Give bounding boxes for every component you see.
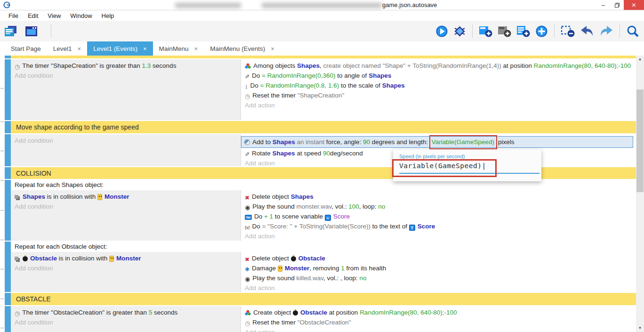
- comment-text[interactable]: Move shape according to the game speed: [11, 121, 636, 133]
- action-line[interactable]: ↕Do = RandomInRange(0.8, 1.6) to the sca…: [241, 81, 636, 90]
- toolbar-separator: [620, 24, 620, 38]
- tab-mainmenu-events-[interactable]: MainMenu (Events)×: [204, 41, 281, 56]
- scroll-down-arrow[interactable]: ▼: [636, 324, 644, 332]
- condition-line[interactable]: Obstacle is in collision with Monster: [11, 253, 241, 263]
- menu-item-file[interactable]: File: [4, 12, 23, 19]
- add-circle-icon[interactable]: [535, 25, 548, 38]
- close-tab-icon[interactable]: ×: [194, 45, 198, 52]
- text-run: Do: [252, 72, 262, 79]
- close-tab-icon[interactable]: ×: [78, 45, 81, 52]
- repeat-header[interactable]: Repeat for each Shapes object:: [11, 180, 636, 190]
- vertical-scrollbar[interactable]: ▲ ▼: [636, 56, 644, 332]
- scroll-up-arrow[interactable]: ▲: [636, 56, 644, 63]
- add-action-button[interactable]: Add action: [241, 283, 636, 293]
- action-line[interactable]: ◉Play the sound killed.wav, vol.: , loop…: [241, 273, 636, 283]
- actions-column: Create object Obstacle at position Rando…: [241, 306, 636, 332]
- text-run: 1.3: [142, 62, 151, 69]
- red-highlighted-expression: Variable(GameSpeed): [429, 135, 497, 149]
- text-run: The timer "ObstacleCreation" is greater …: [22, 309, 148, 316]
- add-subevent-icon[interactable]: [498, 25, 511, 38]
- text-run: = RandomInRange(0,360): [262, 72, 335, 79]
- conditions-column: ◷The timer "ObstacleCreation" is greater…: [11, 306, 241, 332]
- debug-icon[interactable]: [453, 25, 466, 38]
- remove-event-icon[interactable]: [561, 25, 575, 38]
- add-event-icon[interactable]: [479, 25, 492, 38]
- variable-icon: Var: [245, 215, 252, 220]
- text-run: at position: [501, 62, 534, 69]
- add-action-button[interactable]: Add action: [241, 231, 636, 241]
- action-line[interactable]: ◷Reset the timer "ObstacleCreation": [241, 317, 636, 327]
- action-line[interactable]: ✖Delete object Shapes: [241, 192, 636, 202]
- minimize-button[interactable]: –: [596, 0, 610, 10]
- menu-item-view[interactable]: View: [43, 12, 65, 19]
- monster-icon: [109, 256, 114, 262]
- condition-line[interactable]: Shapes is in collision with Monster: [11, 192, 241, 202]
- condition-line[interactable]: ◷The timer "ObstacleCreation" is greater…: [11, 308, 241, 317]
- text-run: Add to: [252, 138, 273, 146]
- menu-item-help[interactable]: Help: [97, 12, 119, 19]
- undo-icon[interactable]: [580, 25, 594, 37]
- tab-level1[interactable]: Level1×: [47, 41, 87, 56]
- conditions-column: Obstacle is in collision with MonsterAdd…: [11, 252, 241, 292]
- text-run: RandomInRange(80, 640-80);-100: [360, 309, 457, 316]
- action-line[interactable]: Among objects Shapes, create object name…: [241, 61, 636, 71]
- action-line[interactable]: ◉Play the sound monster.wav, vol.: 100, …: [241, 202, 636, 211]
- redo-icon[interactable]: [599, 25, 613, 37]
- event-indent-strip: [5, 306, 11, 332]
- action-line-selected[interactable]: Add to Shapes an instant force, angle: 9…: [241, 136, 633, 148]
- close-tab-icon[interactable]: ×: [271, 45, 274, 52]
- condition-line[interactable]: ◷The timer "ShapeCreation" is greater th…: [11, 61, 241, 71]
- text-run: "ObstacleCreation": [298, 319, 351, 326]
- start-scene-icon[interactable]: [24, 25, 39, 38]
- close-button[interactable]: ✕: [624, 0, 644, 10]
- comment-text[interactable]: OBSTACLE: [11, 293, 636, 305]
- text-run: 1: [341, 265, 345, 272]
- action-line[interactable]: VarDo + 1 to scene variable ≡Score: [241, 211, 636, 221]
- monster-icon: [278, 266, 282, 272]
- gdevelop-window: game.json.autosave – ✕ FileEditViewWindo…: [0, 0, 644, 332]
- repeat-header[interactable]: Repeat for each Obstacle object:: [11, 242, 636, 252]
- restore-button[interactable]: [610, 0, 624, 10]
- text-run: Create object: [253, 309, 293, 316]
- project-manager-icon[interactable]: [4, 25, 18, 38]
- text-run: Reset the timer: [252, 92, 297, 99]
- add-condition-button[interactable]: Add condition: [11, 202, 241, 211]
- action-line[interactable]: ✎Do = RandomInRange(0,360) to angle of S…: [241, 71, 636, 81]
- close-tab-icon[interactable]: ×: [143, 45, 147, 52]
- add-condition-button[interactable]: Add condition: [11, 136, 241, 146]
- search-icon[interactable]: [626, 24, 639, 38]
- action-line[interactable]: txtDo = "Score: " + ToString(Variable(Sc…: [241, 221, 636, 231]
- tab-start-page[interactable]: Start Page: [5, 41, 47, 56]
- rotate-icon: ✎: [245, 152, 250, 157]
- action-line[interactable]: ✱Damage Monster, removing 1 from its hea…: [241, 263, 636, 273]
- add-action-button[interactable]: Add action: [241, 100, 636, 110]
- add-condition-button[interactable]: Add condition: [11, 71, 241, 81]
- text-run: monster.wav: [296, 203, 331, 210]
- action-line[interactable]: ✖Delete object Obstacle: [241, 253, 636, 263]
- tab-bar: Start PageLevel1×Level1 (Events)×MainMen…: [0, 41, 644, 56]
- scale-icon: ↕: [245, 83, 248, 89]
- text-run: Play the sound: [252, 275, 296, 282]
- toolbar-separator: [472, 24, 473, 38]
- menu-item-edit[interactable]: Edit: [23, 12, 43, 19]
- tab-mainmenu[interactable]: MainMenu×: [153, 41, 204, 56]
- text-run: = "Score: " + ToString(Variable(Score)): [262, 223, 370, 230]
- text-run: is in collision with: [57, 255, 109, 262]
- scrollbar-thumb[interactable]: [636, 89, 644, 192]
- obstacle-icon: [293, 310, 298, 316]
- conditions-column: Shapes is in collision with MonsterAdd c…: [11, 190, 241, 241]
- repeat-event-block: Repeat for each Shapes object:Shapes is …: [5, 180, 636, 241]
- force-icon: [244, 139, 250, 145]
- comment-text[interactable]: COLLISION: [11, 167, 636, 179]
- add-condition-button[interactable]: Add condition: [11, 317, 241, 327]
- action-line[interactable]: ◷Reset the timer "ShapeCreation": [241, 90, 636, 100]
- text-run: Among objects: [253, 62, 297, 69]
- action-line[interactable]: Create object Obstacle at position Rando…: [241, 308, 636, 317]
- play-icon[interactable]: [435, 25, 448, 38]
- add-comment-icon[interactable]: [516, 25, 530, 38]
- create-object-icon: [245, 63, 251, 70]
- add-action-button[interactable]: Add action: [241, 327, 636, 332]
- add-condition-button[interactable]: Add condition: [11, 263, 241, 273]
- menu-item-window[interactable]: Window: [65, 12, 97, 19]
- tab-level1-events-[interactable]: Level1 (Events)×: [87, 41, 153, 56]
